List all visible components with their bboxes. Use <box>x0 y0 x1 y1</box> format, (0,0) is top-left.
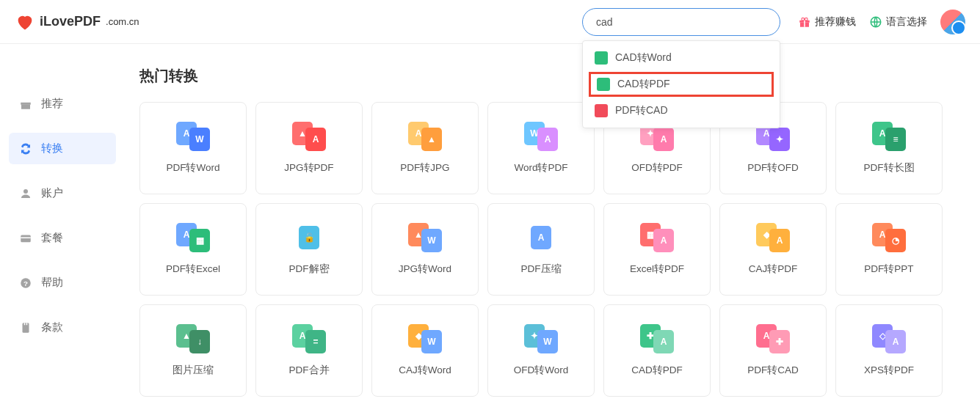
dropdown-item-1[interactable]: CAD转PDF <box>589 72 774 97</box>
sidebar-item-account[interactable]: 账户 <box>9 177 116 209</box>
dropdown-item-icon <box>595 51 608 65</box>
dropdown-item-label: CAD转PDF <box>617 78 670 91</box>
card-label: PDF转OFD <box>747 161 799 175</box>
card-icon: A▲ <box>408 122 442 151</box>
plan-icon <box>19 232 32 245</box>
convert-card-1[interactable]: ▲AJPG转PDF <box>255 102 363 194</box>
recommend-earn-link[interactable]: 推荐赚钱 <box>798 15 856 29</box>
sidebar-item-label: 条款 <box>41 320 63 334</box>
recommend-earn-label: 推荐赚钱 <box>815 15 856 29</box>
convert-card-7[interactable]: A▦PDF转Excel <box>139 203 247 296</box>
language-select-label: 语言选择 <box>886 15 927 29</box>
convert-card-0[interactable]: AWPDF转Word <box>139 102 247 194</box>
convert-icon <box>19 142 32 155</box>
sidebar-item-convert[interactable]: 转换 <box>9 133 116 164</box>
card-label: PDF转CAD <box>747 364 799 377</box>
card-icon: AW <box>176 122 210 151</box>
card-label: CAD转PDF <box>631 364 683 377</box>
card-icon: A▦ <box>176 223 210 252</box>
card-icon: A= <box>292 324 326 353</box>
dropdown-item-label: PDF转CAD <box>615 104 668 117</box>
recommend-icon <box>19 98 32 111</box>
card-label: PDF转Excel <box>166 263 220 276</box>
svg-rect-13 <box>23 323 29 333</box>
card-label: JPG转Word <box>399 263 451 276</box>
sidebar-item-recommend[interactable]: 推荐 <box>9 88 116 120</box>
avatar[interactable] <box>940 10 965 34</box>
search-dropdown: CAD转WordCAD转PDFPDF转CAD <box>582 40 780 128</box>
card-icon: ✦W <box>524 324 558 353</box>
svg-rect-9 <box>21 235 31 242</box>
card-grid: AWPDF转Word▲AJPG转PDFA▲PDF转JPGWAWord转PDF✦A… <box>139 102 951 397</box>
convert-card-13[interactable]: A◔PDF转PPT <box>835 203 943 296</box>
gift-icon <box>798 15 811 29</box>
svg-text:?: ? <box>23 279 28 287</box>
card-icon: ▲↓ <box>176 324 210 353</box>
sidebar-item-label: 帮助 <box>41 276 63 290</box>
convert-card-20[interactable]: ◇AXPS转PDF <box>835 304 943 397</box>
convert-card-15[interactable]: A=PDF合并 <box>255 304 363 397</box>
convert-card-19[interactable]: A✚PDF转CAD <box>719 304 827 397</box>
search-input[interactable] <box>582 8 780 36</box>
sidebar-item-plan[interactable]: 套餐 <box>9 222 116 254</box>
card-label: PDF转JPG <box>400 161 449 175</box>
card-icon: ◆W <box>408 324 442 353</box>
card-label: OFD转Word <box>514 364 569 377</box>
card-label: XPS转PDF <box>864 364 914 377</box>
card-label: PDF解密 <box>289 263 330 276</box>
card-label: CAJ转PDF <box>749 263 798 276</box>
convert-card-11[interactable]: ▦AExcel转PDF <box>603 203 711 296</box>
dropdown-item-icon <box>595 104 608 117</box>
card-icon: ✚A <box>640 324 674 353</box>
convert-card-9[interactable]: ▲WJPG转Word <box>371 203 479 296</box>
convert-card-17[interactable]: ✦WOFD转Word <box>487 304 595 397</box>
convert-card-16[interactable]: ◆WCAJ转Word <box>371 304 479 397</box>
sidebar-item-label: 转换 <box>41 142 63 155</box>
globe-icon <box>869 15 882 29</box>
convert-card-2[interactable]: A▲PDF转JPG <box>371 102 479 194</box>
card-icon: A◔ <box>872 223 906 252</box>
convert-card-18[interactable]: ✚ACAD转PDF <box>603 304 711 397</box>
card-label: JPG转PDF <box>284 161 333 175</box>
language-select-link[interactable]: 语言选择 <box>869 15 927 29</box>
card-icon: A≡ <box>872 122 906 151</box>
card-label: PDF转Word <box>166 161 219 175</box>
svg-rect-14 <box>24 323 26 325</box>
logo-text: iLovePDF <box>40 14 101 29</box>
convert-card-6[interactable]: A≡PDF转长图 <box>835 102 943 194</box>
svg-rect-6 <box>21 102 31 104</box>
heart-icon <box>15 12 35 32</box>
help-icon: ? <box>19 276 32 290</box>
card-icon: ◆A <box>756 223 790 252</box>
logo-suffix: .com.cn <box>106 16 139 27</box>
convert-card-12[interactable]: ◆ACAJ转PDF <box>719 203 827 296</box>
convert-card-14[interactable]: ▲↓图片压缩 <box>139 304 247 397</box>
card-icon: ◇A <box>872 324 906 353</box>
card-label: Excel转PDF <box>630 263 684 276</box>
svg-rect-2 <box>804 20 805 26</box>
convert-card-10[interactable]: APDF压缩 <box>487 203 595 296</box>
convert-card-3[interactable]: WAWord转PDF <box>487 102 595 194</box>
card-icon: ▲A <box>292 122 326 151</box>
dropdown-item-icon <box>597 78 610 91</box>
card-label: PDF转长图 <box>864 161 915 175</box>
dropdown-item-0[interactable]: CAD转Word <box>583 45 780 70</box>
card-icon: ▦A <box>640 223 674 252</box>
search-wrap: CAD转WordCAD转PDFPDF转CAD <box>582 8 780 36</box>
dropdown-item-2[interactable]: PDF转CAD <box>583 98 780 123</box>
card-icon: A <box>524 223 558 252</box>
sidebar: 推荐转换账户套餐?帮助条款 <box>0 44 125 418</box>
svg-point-8 <box>23 189 28 194</box>
card-icon: A✚ <box>756 324 790 353</box>
logo[interactable]: iLovePDF.com.cn <box>15 12 139 32</box>
card-icon: ▲W <box>408 223 442 252</box>
main-content: 热门转换 AWPDF转Word▲AJPG转PDFA▲PDF转JPGWAWord转… <box>125 44 980 418</box>
card-label: 图片压缩 <box>173 364 214 377</box>
sidebar-item-label: 推荐 <box>41 97 63 111</box>
sidebar-item-terms[interactable]: 条款 <box>9 312 116 343</box>
terms-icon <box>19 321 32 334</box>
sidebar-item-help[interactable]: ?帮助 <box>9 267 116 298</box>
card-label: OFD转PDF <box>631 161 683 175</box>
convert-card-8[interactable]: 🔓PDF解密 <box>255 203 363 296</box>
svg-rect-15 <box>26 323 28 325</box>
